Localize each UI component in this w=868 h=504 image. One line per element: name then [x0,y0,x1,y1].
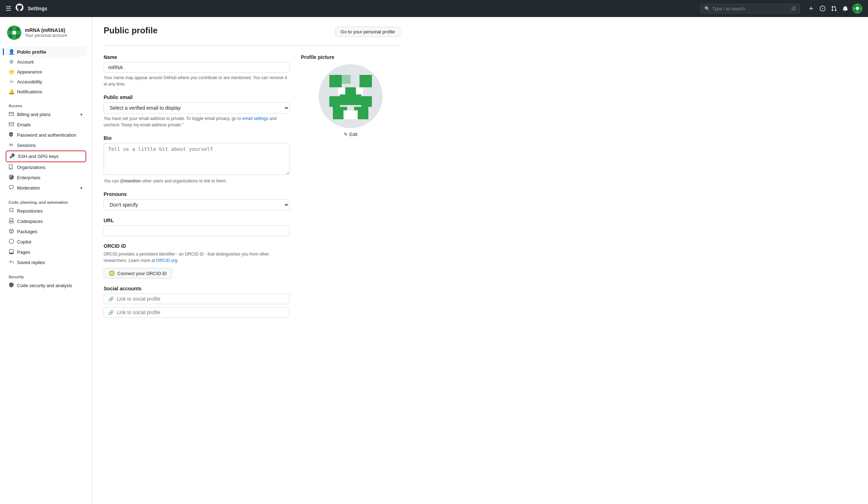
svg-rect-22 [338,87,345,94]
sidebar-label-packages: Packages [17,229,37,234]
sidebar-item-moderation[interactable]: Moderation ▼ [6,183,86,193]
profile-pic-section: Profile picture [301,54,400,325]
sidebar-label-billing: Billing and plans [17,112,51,117]
sidebar-label-appearance: Appearance [17,69,42,75]
sidebar-label-accessibility: Accessibility [17,79,42,84]
sidebar-label-copilot: Copilot [17,239,31,245]
bio-field-group: Bio You can @mention other users and org… [104,135,290,184]
social-input-row-1: 🔗 [104,294,290,304]
profile-pic-circle [319,64,383,128]
sidebar-item-enterprises[interactable]: Enterprises [6,172,86,183]
public-email-hint: You have set your email address to priva… [104,115,290,128]
svg-rect-15 [342,75,351,84]
public-email-select-wrapper: Select a verified email to display [104,102,290,114]
sidebar-item-notifications[interactable]: 🔔 Notifications [6,87,86,97]
sidebar-item-pages[interactable]: Pages [6,247,86,257]
url-field-group: URL [104,218,290,236]
svg-rect-23 [356,87,363,94]
sidebar-item-emails[interactable]: Emails [6,120,86,130]
pages-icon [9,249,14,255]
github-logo-icon[interactable] [16,4,23,13]
notifications-button[interactable] [841,4,850,13]
sidebar-item-codespaces[interactable]: Codespaces [6,216,86,226]
sidebar-item-ssh-gpg[interactable]: SSH and GPG keys [6,150,86,162]
sidebar-item-copilot[interactable]: Copilot [6,237,86,247]
sidebar-user-name: mRNA (mRNA16) [25,27,67,33]
search-bar[interactable]: 🔍 Type / to search / [701,4,800,13]
sidebar-item-repositories[interactable]: Repositories [6,206,86,216]
name-input[interactable] [104,62,290,73]
sidebar-item-account[interactable]: ⚙ Account [6,57,86,67]
sidebar-user-avatar [7,26,21,40]
sidebar-label-code-security: Code security and analysis [17,283,72,288]
orcid-desc: ORCID provides a persistent identifier -… [104,251,290,264]
edit-profile-pic-button[interactable]: ✎ Edit [344,132,357,137]
sidebar-item-public-profile[interactable]: 👤 Public profile [6,47,86,57]
sidebar-label-organizations: Organizations [17,165,45,170]
svg-rect-7 [9,27,12,31]
sidebar: mRNA (mRNA16) Your personal account 👤 Pu… [0,17,92,504]
sidebar-user-info: mRNA (mRNA16) Your personal account [6,26,86,40]
globe-icon [9,175,14,181]
pencil-icon: ✎ [344,132,348,137]
bio-label: Bio [104,135,290,141]
sidebar-label-codespaces: Codespaces [17,219,43,224]
social-accounts-title: Social accounts [104,286,290,291]
public-email-label: Public email [104,94,290,100]
search-icon: 🔍 [704,6,710,11]
public-email-select[interactable]: Select a verified email to display [104,102,290,114]
shield-lock-icon [9,132,14,138]
svg-rect-11 [16,34,20,38]
orcid-org-link[interactable]: ORCID.org [156,258,177,263]
name-label: Name [104,54,290,60]
sidebar-item-appearance[interactable]: 🌝 Appearance [6,67,86,77]
orcid-field-group: ORCID iD ORCID provides a persistent ide… [104,243,290,279]
person-icon: 👤 [9,49,14,55]
sidebar-item-sessions[interactable]: Sessions [6,140,86,150]
user-avatar-nav[interactable] [852,4,862,13]
edit-label: Edit [350,132,357,137]
sidebar-item-accessibility[interactable]: ♾ Accessibility [6,77,86,87]
svg-rect-8 [16,27,20,31]
social-input-1[interactable] [117,296,285,302]
package-icon [9,229,14,235]
sidebar-label-enterprises: Enterprises [17,175,40,180]
svg-rect-9 [12,31,16,34]
svg-rect-21 [344,110,358,119]
profile-form: Name Your name may appear around GitHub … [104,54,290,325]
social-input-2[interactable] [117,309,285,315]
codespaces-icon [9,218,14,224]
copilot-icon [9,239,14,245]
email-settings-link[interactable]: email settings [242,116,268,121]
link-icon-1: 🔗 [108,296,114,302]
sidebar-item-billing[interactable]: Billing and plans ▼ [6,109,86,120]
goto-profile-button[interactable]: Go to your personal profile [335,27,400,37]
issues-button[interactable] [818,4,827,13]
url-input[interactable] [104,225,290,236]
url-label: URL [104,218,290,223]
reply-icon [9,259,14,265]
sidebar-user-subtitle: Your personal account [25,33,67,38]
sidebar-item-saved-replies[interactable]: Saved replies [6,257,86,268]
paintbrush-icon: 🌝 [9,69,14,75]
hamburger-menu-icon[interactable]: ☰ [6,5,11,12]
content-grid: Name Your name may appear around GitHub … [104,54,400,325]
sidebar-item-password[interactable]: Password and authentication [6,130,86,140]
page-wrapper: mRNA (mRNA16) Your personal account 👤 Pu… [0,17,868,504]
pull-requests-button[interactable] [830,4,838,13]
mail-icon [9,122,14,128]
new-item-button[interactable] [807,4,815,13]
page-main-title: Public profile [104,26,158,41]
pronouns-select[interactable]: Don't specify they/them she/her he/him C… [104,199,290,210]
sidebar-label-moderation: Moderation [17,185,40,191]
public-email-field-group: Public email Select a verified email to … [104,94,290,128]
name-field-group: Name Your name may appear around GitHub … [104,54,290,87]
sidebar-item-organizations[interactable]: Organizations [6,162,86,172]
orcid-connect-button[interactable]: iD Connect your ORCID iD [104,268,172,279]
bio-hint: You can @mention other users and organiz… [104,178,290,184]
bio-textarea[interactable] [104,143,290,175]
sidebar-item-code-security[interactable]: Code security and analysis [6,280,86,291]
svg-rect-13 [329,75,342,87]
sidebar-item-packages[interactable]: Packages [6,226,86,237]
org-icon [9,164,14,170]
